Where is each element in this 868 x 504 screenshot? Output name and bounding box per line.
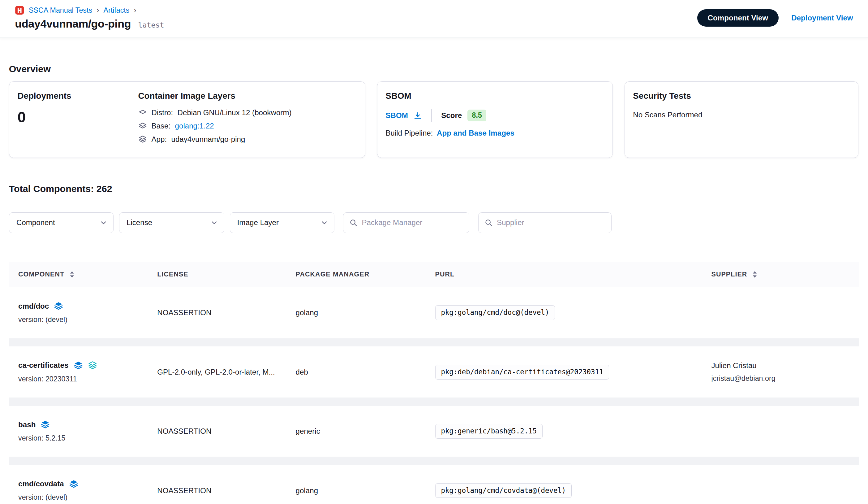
supplier-searchbox [478, 212, 611, 233]
container-image-layers-section: Container Image Layers Distro: Debian GN… [138, 91, 292, 148]
component-name: cmd/doc [18, 302, 49, 311]
column-header-label: PACKAGE MANAGER [296, 271, 370, 278]
supplier-search-input[interactable] [497, 218, 606, 227]
table-row[interactable]: bash version: 5.2.15 NOASSERTION generic… [9, 406, 859, 457]
component-name: bash [18, 421, 35, 429]
build-pipeline-row: Build Pipeline: App and Base Images [385, 129, 604, 138]
distro-value: Debian GNU/Linux 12 (bookworm) [177, 108, 292, 117]
column-header-label: SUPPLIER [711, 271, 747, 278]
breadcrumb-separator: › [96, 6, 99, 14]
breadcrumb: SSCA Manual Tests › Artifacts › [15, 6, 164, 15]
sort-icon[interactable] [69, 271, 75, 278]
license-cell: GPL-2.0-only, GPL-2.0-or-later, M... [157, 368, 296, 376]
download-icon[interactable] [414, 111, 422, 120]
purl-cell: pkg:golang/cmd/covdata@(devel) [435, 483, 712, 498]
purl-cell: pkg:deb/debian/ca-certificates@20230311 [435, 365, 712, 380]
package-manager-cell: deb [296, 368, 435, 376]
breadcrumb-link-ssca-manual-tests[interactable]: SSCA Manual Tests [29, 6, 92, 14]
component-filter-label: Component [17, 218, 55, 227]
breadcrumb-separator: › [134, 6, 136, 14]
package-manager-searchbox [343, 212, 469, 233]
harness-logo [15, 6, 24, 15]
chevron-down-icon [100, 219, 107, 226]
supplier-name: Julien Cristau [711, 361, 859, 370]
table-header-row: COMPONENT LICENSE PACKAGE MANAGER PURL S… [9, 262, 859, 287]
deployments-label: Deployments [17, 91, 138, 101]
artifact-tag: latest [138, 21, 164, 29]
deployments-and-layers-card: Deployments 0 Container Image Layers Dis… [9, 81, 365, 158]
package-manager-cell: generic [296, 427, 435, 436]
distro-label: Distro: [152, 108, 173, 117]
breadcrumb-link-artifacts[interactable]: Artifacts [103, 6, 129, 14]
app-label: App: [152, 135, 167, 144]
table-row[interactable]: cmd/covdata version: (devel) NOASSERTION… [9, 465, 859, 504]
purl-chip[interactable]: pkg:deb/debian/ca-certificates@20230311 [435, 365, 609, 380]
layers-icon [41, 420, 50, 429]
column-header-license: LICENSE [157, 271, 296, 278]
table-row[interactable]: cmd/doc version: (devel) NOASSERTION gol… [9, 287, 859, 339]
layer-triple-icon [138, 135, 147, 144]
component-name: ca-certificates [18, 361, 68, 370]
component-version: version: (devel) [18, 493, 157, 502]
image-layer-filter-dropdown[interactable]: Image Layer [230, 212, 334, 233]
base-line: Base: golang:1.22 [138, 122, 292, 131]
license-filter-dropdown[interactable]: License [119, 212, 224, 233]
sbom-card-label: SBOM [385, 91, 604, 101]
component-version: version: 20230311 [18, 375, 157, 383]
license-cell: NOASSERTION [157, 308, 296, 317]
score-badge: 8.5 [467, 110, 486, 122]
layer-single-icon [138, 108, 147, 117]
purl-chip[interactable]: pkg:golang/cmd/doc@(devel) [435, 305, 555, 320]
column-header-label: LICENSE [157, 271, 188, 278]
component-cell: cmd/covdata version: (devel) [9, 480, 157, 502]
component-cell: cmd/doc version: (devel) [9, 302, 157, 324]
components-table: COMPONENT LICENSE PACKAGE MANAGER PURL S… [9, 262, 859, 504]
sbom-row: SBOM Score 8.5 [385, 109, 604, 121]
image-layer-filter-label: Image Layer [237, 218, 279, 227]
license-filter-label: License [126, 218, 152, 227]
layers-icon [69, 480, 78, 488]
layers-icon-teal [88, 361, 97, 370]
security-tests-label: Security Tests [633, 91, 850, 101]
chevron-down-icon [211, 219, 218, 226]
component-filter-dropdown[interactable]: Component [9, 212, 114, 233]
filters-bar: Component License Image Layer [9, 212, 859, 233]
sbom-download-link[interactable]: SBOM [385, 111, 408, 120]
license-cell: NOASSERTION [157, 427, 296, 436]
component-view-button[interactable]: Component View [697, 9, 778, 26]
sort-icon[interactable] [752, 271, 758, 278]
chevron-down-icon [321, 219, 328, 226]
overview-cards: Deployments 0 Container Image Layers Dis… [9, 81, 859, 158]
supplier-cell: Julien Cristau jcristau@debian.org [711, 361, 859, 383]
package-manager-search-input[interactable] [362, 218, 463, 227]
license-cell: NOASSERTION [157, 486, 296, 495]
layers-icon [54, 302, 63, 311]
build-pipeline-label: Build Pipeline: [385, 129, 433, 138]
app-value: uday4vunnam/go-ping [171, 135, 245, 144]
table-row[interactable]: ca-certificates version: 20230311 GPL-2.… [9, 346, 859, 397]
score-label: Score [441, 111, 462, 120]
page-title: uday4vunnam/go-ping [15, 18, 131, 30]
vertical-divider [431, 109, 432, 121]
search-icon [350, 219, 357, 226]
column-header-supplier[interactable]: SUPPLIER [711, 271, 859, 278]
purl-chip[interactable]: pkg:golang/cmd/covdata@(devel) [435, 483, 572, 498]
container-image-layers-label: Container Image Layers [138, 91, 292, 101]
security-tests-card: Security Tests No Scans Performed [624, 81, 859, 158]
column-header-component[interactable]: COMPONENT [9, 271, 157, 278]
purl-chip[interactable]: pkg:generic/bash@5.2.15 [435, 424, 542, 439]
search-icon [485, 219, 493, 226]
layer-double-icon [138, 122, 147, 131]
component-name: cmd/covdata [18, 480, 64, 488]
column-header-label: COMPONENT [18, 271, 64, 278]
purl-cell: pkg:generic/bash@5.2.15 [435, 424, 712, 439]
deployment-view-link[interactable]: Deployment View [791, 14, 853, 22]
build-pipeline-link[interactable]: App and Base Images [437, 129, 514, 138]
column-header-purl: PURL [435, 271, 712, 278]
package-manager-cell: golang [296, 486, 435, 495]
component-version: version: 5.2.15 [18, 434, 157, 442]
deployments-count: 0 [17, 108, 138, 126]
base-image-link[interactable]: golang:1.22 [175, 122, 214, 130]
distro-line: Distro: Debian GNU/Linux 12 (bookworm) [138, 108, 292, 117]
title-row: uday4vunnam/go-ping latest [15, 18, 164, 30]
